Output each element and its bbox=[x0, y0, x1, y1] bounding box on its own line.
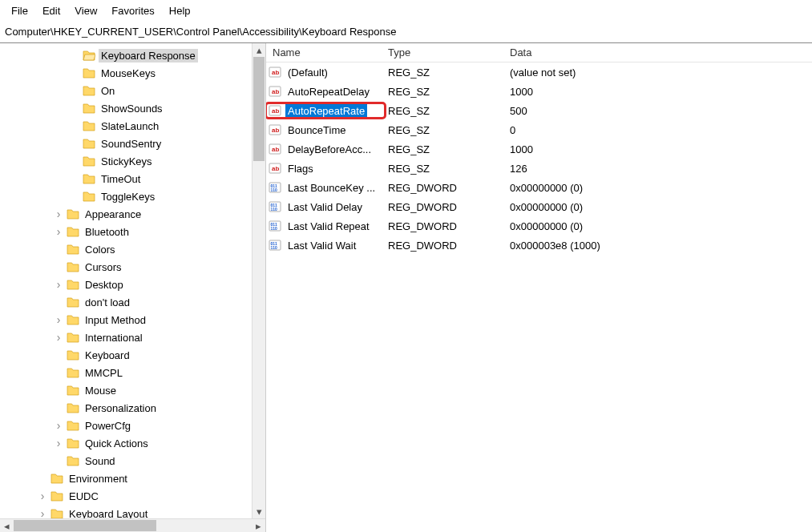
tree-item-mmcpl[interactable]: MMCPL bbox=[0, 364, 265, 381]
value-row-autorepeatdelay[interactable]: ab AutoRepeatDelayREG_SZ1000 bbox=[266, 82, 812, 101]
tree-item-label: ToggleKeys bbox=[99, 190, 157, 204]
value-row-last-valid-delay[interactable]: 011 110 Last Valid DelayREG_DWORD0x00000… bbox=[266, 197, 812, 216]
string-value-icon: ab bbox=[268, 103, 282, 118]
expander-icon[interactable]: › bbox=[53, 279, 64, 290]
value-name-cell[interactable]: ab DelayBeforeAcc... bbox=[266, 142, 385, 156]
expander-icon[interactable]: › bbox=[53, 314, 64, 325]
folder-icon bbox=[50, 490, 64, 502]
tree-item-desktop[interactable]: › Desktop bbox=[0, 276, 265, 293]
menu-help[interactable]: Help bbox=[163, 3, 197, 18]
value-name-text: (Default) bbox=[285, 66, 330, 79]
tree-vertical-scrollbar[interactable]: ▴ ▾ bbox=[252, 43, 265, 518]
folder-icon bbox=[66, 243, 80, 256]
value-row-last-valid-wait[interactable]: 011 110 Last Valid WaitREG_DWORD0x000003… bbox=[266, 236, 812, 255]
tree-item-togglekeys[interactable]: ToggleKeys bbox=[0, 187, 265, 205]
folder-icon bbox=[66, 419, 80, 432]
scroll-up-icon[interactable]: ▴ bbox=[252, 43, 265, 57]
value-name-cell[interactable]: ab AutoRepeatRate bbox=[266, 103, 385, 118]
tree-item-on[interactable]: On bbox=[0, 82, 265, 99]
tree-item-cursors[interactable]: Cursors bbox=[0, 258, 265, 276]
tree-item-personalization[interactable]: Personalization bbox=[0, 399, 265, 417]
value-row--default-[interactable]: ab (Default)REG_SZ(value not set) bbox=[266, 62, 812, 82]
tree-horizontal-scrollbar[interactable]: ◂ ▸ bbox=[0, 518, 265, 532]
scroll-down-icon[interactable]: ▾ bbox=[252, 505, 265, 518]
value-data-cell: 0x00000000 (0) bbox=[507, 220, 812, 232]
value-name-cell[interactable]: ab AutoRepeatDelay bbox=[266, 84, 385, 99]
expander-icon[interactable]: › bbox=[37, 490, 48, 502]
column-type[interactable]: Type bbox=[385, 46, 507, 58]
registry-tree[interactable]: Keyboard Response MouseKeys On ShowSound… bbox=[0, 43, 265, 518]
value-name-cell[interactable]: ab BounceTime bbox=[266, 123, 385, 137]
tree-item-colors[interactable]: Colors bbox=[0, 240, 265, 258]
values-pane: Name Type Data ab (Default)REG_SZ(value … bbox=[266, 43, 812, 532]
value-name-text: Last Valid Repeat bbox=[285, 220, 372, 233]
menu-file[interactable]: File bbox=[5, 3, 34, 18]
expander-icon[interactable]: › bbox=[53, 226, 64, 237]
tree-item-eudc[interactable]: › EUDC bbox=[0, 487, 265, 505]
value-name-cell[interactable]: ab (Default) bbox=[266, 65, 385, 79]
value-data-cell: 0x00000000 (0) bbox=[507, 201, 812, 213]
tree-item-label: Desktop bbox=[83, 278, 126, 292]
value-row-last-valid-repeat[interactable]: 011 110 Last Valid RepeatREG_DWORD0x0000… bbox=[266, 216, 812, 236]
value-data-cell: 0 bbox=[507, 124, 812, 136]
tree-item-bluetooth[interactable]: › Bluetooth bbox=[0, 223, 265, 240]
scroll-right-icon[interactable]: ▸ bbox=[252, 519, 265, 533]
expander-icon[interactable]: › bbox=[53, 208, 64, 220]
address-bar[interactable]: Computer\HKEY_CURRENT_USER\Control Panel… bbox=[0, 22, 812, 43]
value-row-flags[interactable]: ab FlagsREG_SZ126 bbox=[266, 159, 812, 178]
value-name-text: Last BounceKey ... bbox=[285, 181, 378, 195]
value-row-autorepeatrate[interactable]: ab AutoRepeatRateREG_SZ500 bbox=[266, 101, 812, 120]
svg-text:110: 110 bbox=[271, 226, 278, 231]
tree-item-label: ShowSounds bbox=[99, 102, 165, 115]
expander-icon[interactable]: › bbox=[53, 420, 64, 431]
folder-icon bbox=[82, 102, 96, 115]
value-name-cell[interactable]: ab Flags bbox=[266, 161, 385, 175]
value-row-bouncetime[interactable]: ab BounceTimeREG_SZ0 bbox=[266, 120, 812, 139]
column-data[interactable]: Data bbox=[507, 46, 812, 58]
menubar: File Edit View Favorites Help bbox=[0, 0, 812, 22]
folder-icon bbox=[66, 401, 80, 414]
tree-item-international[interactable]: › International bbox=[0, 328, 265, 346]
scroll-thumb[interactable] bbox=[253, 57, 265, 161]
tree-item-stickykeys[interactable]: StickyKeys bbox=[0, 152, 265, 170]
value-row-delaybeforeacc-[interactable]: ab DelayBeforeAcc...REG_SZ1000 bbox=[266, 139, 812, 159]
svg-text:ab: ab bbox=[272, 69, 279, 76]
tree-item-soundsentry[interactable]: SoundSentry bbox=[0, 135, 265, 152]
tree-item-mouse[interactable]: Mouse bbox=[0, 381, 265, 399]
value-name-cell[interactable]: 011 110 Last BounceKey ... bbox=[266, 180, 385, 195]
scroll-thumb-h[interactable] bbox=[14, 520, 156, 531]
value-name-cell[interactable]: 011 110 Last Valid Repeat bbox=[266, 219, 385, 233]
tree-item-keyboard-layout[interactable]: › Keyboard Layout bbox=[0, 505, 265, 518]
tree-item-powercfg[interactable]: › PowerCfg bbox=[0, 417, 265, 434]
menu-view[interactable]: View bbox=[68, 3, 103, 18]
tree-item-keyboard-response[interactable]: Keyboard Response bbox=[0, 46, 265, 64]
tree-item-don-t-load[interactable]: don't load bbox=[0, 293, 265, 311]
tree-item-quick-actions[interactable]: › Quick Actions bbox=[0, 434, 265, 452]
tree-item-label: Keyboard Response bbox=[99, 49, 198, 62]
tree-item-mousekeys[interactable]: MouseKeys bbox=[0, 64, 265, 82]
tree-item-sound[interactable]: Sound bbox=[0, 452, 265, 470]
scroll-left-icon[interactable]: ◂ bbox=[0, 519, 14, 533]
svg-text:ab: ab bbox=[272, 88, 279, 95]
menu-edit[interactable]: Edit bbox=[36, 3, 67, 18]
tree-item-label: Colors bbox=[83, 243, 118, 256]
folder-icon bbox=[82, 155, 96, 167]
values-list[interactable]: ab (Default)REG_SZ(value not set) ab Aut… bbox=[266, 62, 812, 532]
expander-icon[interactable]: › bbox=[53, 437, 64, 449]
menu-favorites[interactable]: Favorites bbox=[105, 3, 160, 18]
tree-item-showsounds[interactable]: ShowSounds bbox=[0, 99, 265, 117]
tree-item-environment[interactable]: Environment bbox=[0, 470, 265, 487]
value-name-cell[interactable]: 011 110 Last Valid Delay bbox=[266, 200, 385, 214]
tree-item-keyboard[interactable]: Keyboard bbox=[0, 346, 265, 364]
expander-icon[interactable]: › bbox=[37, 508, 48, 518]
tree-item-timeout[interactable]: TimeOut bbox=[0, 170, 265, 187]
tree-item-appearance[interactable]: › Appearance bbox=[0, 205, 265, 223]
column-name[interactable]: Name bbox=[266, 46, 385, 58]
value-name-cell[interactable]: 011 110 Last Valid Wait bbox=[266, 238, 385, 252]
tree-item-slatelaunch[interactable]: SlateLaunch bbox=[0, 117, 265, 135]
expander-icon[interactable]: › bbox=[53, 332, 64, 343]
value-row-last-bouncekey-[interactable]: 011 110 Last BounceKey ...REG_DWORD0x000… bbox=[266, 178, 812, 197]
tree-item-input-method[interactable]: › Input Method bbox=[0, 311, 265, 328]
value-name-text: Last Valid Wait bbox=[285, 239, 358, 252]
string-value-icon: ab bbox=[268, 123, 282, 137]
